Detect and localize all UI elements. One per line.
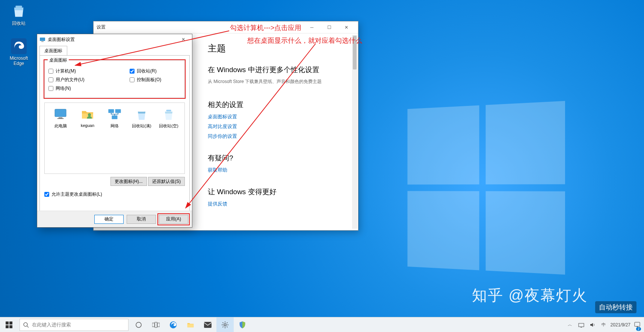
- notification-badge: 2: [636, 327, 641, 331]
- task-view-button[interactable]: [147, 317, 165, 332]
- tray-ime-icon[interactable]: 中: [599, 317, 608, 332]
- change-icon-button[interactable]: 更改图标(H)...: [110, 177, 147, 186]
- svg-point-8: [88, 113, 91, 116]
- start-button[interactable]: [0, 317, 18, 332]
- svg-rect-23: [155, 322, 157, 327]
- taskbar: 在此键入进行搜索 ︿ 中 2021/9/27 2: [0, 317, 644, 332]
- search-icon: [23, 322, 29, 328]
- windows-logo-bg: [407, 101, 565, 275]
- svg-rect-31: [635, 322, 640, 326]
- checkbox-recycle-bin[interactable]: 回收站(R): [130, 68, 181, 74]
- svg-rect-30: [581, 327, 582, 327]
- folder-icon: [186, 321, 195, 329]
- network-icon: [107, 107, 122, 122]
- link-get-help[interactable]: 获取帮助: [208, 167, 358, 174]
- preview-this-pc[interactable]: 此电脑: [48, 107, 73, 129]
- link-high-contrast[interactable]: 高对比度设置: [208, 123, 358, 130]
- svg-rect-26: [187, 324, 194, 327]
- desktop-icon-edge[interactable]: Microsoft Edge: [4, 38, 34, 66]
- edge-icon: [169, 321, 177, 329]
- taskbar-settings[interactable]: [216, 317, 234, 332]
- tray-date[interactable]: 2021/9/27: [611, 322, 630, 327]
- search-placeholder: 在此键入进行搜索: [32, 321, 71, 328]
- svg-rect-16: [9, 321, 12, 324]
- svg-rect-4: [55, 109, 66, 117]
- dialog-footer: 确定 取消 应用(A): [37, 211, 192, 227]
- svg-rect-3: [41, 41, 44, 42]
- apply-button[interactable]: 应用(A): [159, 215, 188, 224]
- recycle-bin-icon: [11, 3, 27, 19]
- taskbar-security[interactable]: [234, 317, 251, 332]
- tray-notifications[interactable]: 2: [633, 317, 642, 332]
- taskbar-edge[interactable]: [165, 317, 182, 332]
- preview-recycle-full[interactable]: 回收站(满): [130, 107, 154, 129]
- svg-rect-7: [57, 118, 64, 119]
- minimize-button[interactable]: ─: [303, 21, 320, 33]
- svg-point-21: [136, 322, 141, 327]
- settings-titlebar[interactable]: 设置 ─ ☐ ✕: [94, 21, 358, 33]
- svg-rect-12: [166, 110, 171, 111]
- preview-recycle-empty[interactable]: 回收站(空): [157, 107, 181, 129]
- desktop-icon-label: Microsoft Edge: [10, 56, 28, 66]
- tab-desktop-icons[interactable]: 桌面图标: [39, 46, 67, 56]
- cancel-button[interactable]: 取消: [127, 215, 156, 224]
- close-button[interactable]: ✕: [177, 35, 190, 44]
- desktop-icon-recycle-bin[interactable]: 回收站: [4, 3, 34, 27]
- recycle-full-icon: [134, 107, 149, 122]
- preview-network[interactable]: 网络: [103, 107, 127, 129]
- svg-rect-29: [579, 323, 584, 327]
- cortana-icon: [135, 321, 142, 328]
- edge-icon: [11, 38, 27, 54]
- svg-rect-24: [157, 323, 160, 327]
- close-button[interactable]: ✕: [338, 21, 355, 33]
- dialog-title: 桌面图标设置: [48, 36, 75, 43]
- desktop-icon-label: 回收站: [12, 21, 26, 26]
- annotation-line1: 勾选计算机--->点击应用: [230, 23, 302, 33]
- svg-rect-18: [9, 325, 12, 328]
- preview-user-folder[interactable]: keguan: [76, 107, 100, 128]
- checkbox-computer[interactable]: 计算机(M): [48, 68, 100, 74]
- checkbox-network[interactable]: 网络(N): [48, 85, 109, 92]
- task-view-icon: [152, 322, 160, 328]
- scrollbar[interactable]: [352, 35, 357, 229]
- watermark-small: 自动秒转接: [595, 301, 636, 313]
- taskbar-explorer[interactable]: [182, 317, 199, 332]
- svg-rect-6: [59, 117, 62, 118]
- restore-defaults-button[interactable]: 还原默认值(S): [148, 177, 185, 186]
- svg-rect-27: [204, 322, 212, 328]
- link-feedback[interactable]: 提供反馈: [208, 201, 358, 207]
- ok-button[interactable]: 确定: [94, 215, 124, 224]
- system-tray: ︿ 中 2021/9/27 2: [563, 317, 644, 332]
- icon-preview-grid[interactable]: 此电脑 keguan 网络 回收站(满) 回收站(空): [44, 103, 185, 174]
- dialog-icon: [39, 36, 45, 42]
- cortana-button[interactable]: [130, 317, 147, 332]
- checkbox-user-files[interactable]: 用户的文件(U): [48, 77, 100, 83]
- svg-rect-2: [40, 38, 45, 41]
- folder-user-icon: [80, 107, 95, 122]
- svg-point-28: [224, 324, 226, 326]
- maximize-button[interactable]: ☐: [320, 21, 338, 33]
- checkbox-control-panel[interactable]: 控制面板(O): [130, 77, 181, 83]
- tray-chevron-up-icon[interactable]: ︿: [565, 317, 574, 332]
- checkbox-allow-theme[interactable]: 允许主题更改桌面图标(L): [44, 191, 185, 198]
- dialog-titlebar[interactable]: 桌面图标设置 ✕: [37, 34, 192, 45]
- group-label: 桌面图标: [48, 57, 69, 63]
- section-heading: 相关的设置: [208, 100, 358, 110]
- taskbar-mail[interactable]: [199, 317, 216, 332]
- svg-rect-17: [6, 325, 9, 328]
- section-subtext: 从 Microsoft Store 下载兼具壁纸、声音和颜色的免费主题: [208, 78, 358, 85]
- tray-network-icon[interactable]: [577, 317, 586, 332]
- desktop-icon-settings-dialog: 桌面图标设置 ✕ 桌面图标 桌面图标 计算机(M) 回收站(R) 用户的文件(U…: [37, 34, 192, 228]
- windows-icon: [6, 321, 12, 328]
- svg-rect-15: [6, 321, 9, 324]
- tray-volume-icon[interactable]: [588, 317, 597, 332]
- desktop-icons-group: 桌面图标 计算机(M) 回收站(R) 用户的文件(U) 控制面板(O) 网络(N…: [44, 60, 185, 98]
- svg-rect-1: [11, 38, 27, 54]
- section-heading: 让 Windows 变得更好: [208, 187, 358, 197]
- search-input[interactable]: 在此键入进行搜索: [20, 319, 128, 331]
- link-sync-settings[interactable]: 同步你的设置: [208, 133, 358, 140]
- link-desktop-icon-settings[interactable]: 桌面图标设置: [208, 113, 358, 120]
- section-heading: 在 Windows 中进行更多个性化设置: [208, 65, 358, 75]
- svg-line-20: [27, 326, 29, 327]
- section-heading: 有疑问?: [208, 153, 358, 163]
